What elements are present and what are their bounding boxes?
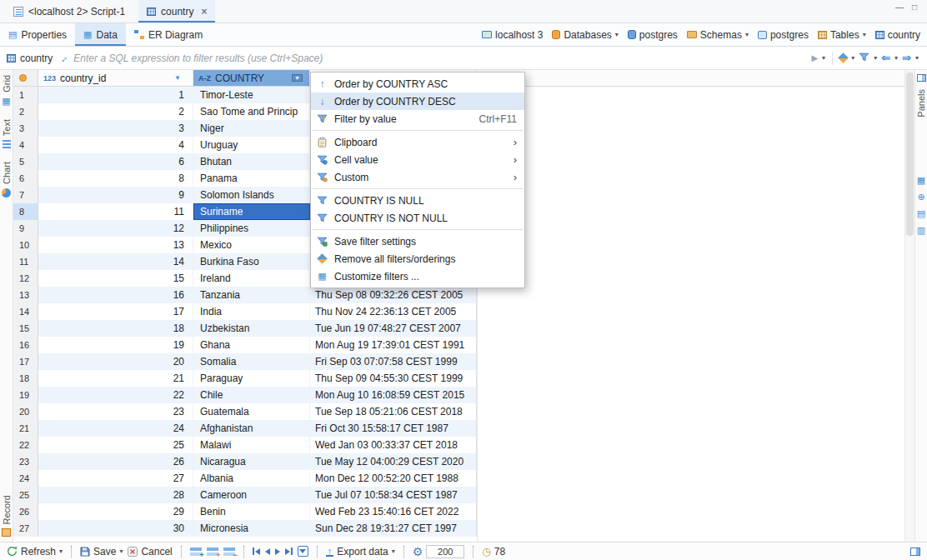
first-row-button[interactable] — [253, 548, 260, 555]
cell-last-update[interactable]: Tue Sep 18 05:21:06 CEST 2018 — [310, 403, 477, 420]
presentation-text-button[interactable]: Text — [2, 119, 12, 148]
cell-last-update[interactable]: Tue May 12 04:00:29 CEST 2020 — [310, 453, 477, 470]
dropdown-arrow-icon[interactable]: ▾ — [392, 548, 395, 555]
menu-item-country-is-not-null[interactable]: COUNTRY IS NOT NULL — [311, 209, 524, 227]
menu-item-remove-all-filters-orderings[interactable]: Remove all filters/orderings — [311, 250, 524, 268]
cell-country[interactable]: Philippines — [193, 220, 310, 237]
menu-item-filter-by-value[interactable]: Filter by valueCtrl+F11 — [311, 110, 524, 128]
cell-country[interactable]: Uruguay — [193, 137, 310, 153]
cell-country-id[interactable]: 27 — [38, 470, 193, 487]
cell-country-id[interactable]: 22 — [38, 387, 193, 403]
cell-country-id[interactable]: 14 — [38, 253, 193, 270]
column-filter-arrow-icon[interactable]: ▼ — [174, 74, 181, 82]
row-number[interactable]: 23 — [13, 453, 38, 470]
export-data-button[interactable]: ↑ Export data ▾ — [326, 546, 395, 558]
cell-country[interactable]: Panama — [193, 170, 310, 187]
menu-item-cell-value[interactable]: Cell value› — [311, 151, 524, 168]
filters-menu-icon[interactable] — [859, 52, 869, 65]
cell-last-update[interactable]: Thu Sep 09 04:55:30 CEST 1999 — [310, 370, 477, 387]
cell-country-id[interactable]: 8 — [38, 170, 193, 187]
dropdown-arrow-icon[interactable]: ▾ — [863, 31, 866, 38]
minimize-window-icon[interactable]: — — [895, 2, 904, 12]
scrollbar-thumb[interactable] — [906, 72, 914, 236]
cell-last-update[interactable]: Thu Sep 08 09:32:26 CEST 2005 — [310, 287, 477, 303]
cell-country[interactable]: Sao Tome and Princip — [193, 103, 310, 120]
cell-country-id[interactable]: 6 — [38, 153, 193, 170]
duplicate-row-button[interactable]: + — [207, 547, 218, 557]
history-forward-icon[interactable]: ⇒ — [902, 52, 911, 63]
cell-country[interactable]: India — [193, 303, 310, 320]
row-number[interactable]: 24 — [13, 470, 38, 487]
erase-filter-icon[interactable] — [839, 52, 847, 64]
cell-country[interactable]: Solomon Islands — [193, 187, 310, 203]
row-number[interactable]: 4 — [13, 137, 38, 153]
fetch-size-input[interactable] — [426, 545, 464, 558]
row-number[interactable]: 10 — [13, 237, 38, 253]
row-number[interactable]: 18 — [13, 370, 38, 387]
cell-country-id[interactable]: 25 — [38, 437, 193, 453]
row-number[interactable]: 5 — [13, 153, 38, 170]
cell-country-id[interactable]: 13 — [38, 237, 193, 253]
gear-icon[interactable]: ⚙ — [413, 546, 423, 558]
dropdown-arrow-icon[interactable]: ▾ — [894, 54, 898, 62]
column-header-country[interactable]: A-Z COUNTRY ▼ — [193, 70, 310, 86]
grid-corner[interactable] — [13, 70, 38, 86]
presentation-chart-button[interactable]: Chart — [2, 162, 12, 198]
cancel-button[interactable]: Cancel — [128, 546, 172, 558]
cell-country-id[interactable]: 21 — [38, 370, 193, 387]
dropdown-arrow-icon[interactable]: ▾ — [822, 54, 825, 62]
cell-country-id[interactable]: 15 — [38, 270, 193, 287]
row-number[interactable]: 11 — [13, 253, 38, 270]
presentation-grid-button[interactable]: Grid ▦ — [2, 75, 12, 106]
menu-item-save-filter-settings[interactable]: Save filter settings — [311, 232, 524, 250]
cell-country[interactable]: Albania — [193, 470, 310, 487]
menu-item-country-is-null[interactable]: COUNTRY IS NULL — [311, 192, 524, 209]
dropdown-arrow-icon[interactable]: ▾ — [59, 548, 63, 555]
dropdown-arrow-icon[interactable]: ▾ — [745, 31, 749, 38]
menu-item-order-by-country-asc[interactable]: ↑Order by COUNTRY ASC — [311, 75, 524, 92]
breadcrumb-item-tables[interactable]: Tables▾ — [818, 29, 866, 41]
cell-country-id[interactable]: 1 — [38, 87, 193, 103]
row-number[interactable]: 1 — [13, 87, 38, 103]
dropdown-arrow-icon[interactable]: ▾ — [615, 31, 619, 38]
row-number[interactable]: 14 — [13, 303, 38, 320]
expand-filter-icon[interactable]: ↔ — [57, 51, 70, 64]
cell-country[interactable]: Burkina Faso — [193, 253, 310, 270]
panel-calendar-icon[interactable]: ▤ — [917, 209, 925, 218]
cell-country-id[interactable]: 12 — [38, 220, 193, 237]
editor-tab-script[interactable]: <localhost 2> Script-1 — [5, 0, 133, 22]
cell-country-id[interactable]: 3 — [38, 120, 193, 137]
refresh-button[interactable]: Refresh ▾ — [7, 546, 63, 558]
cell-country[interactable]: Ghana — [193, 337, 310, 353]
breadcrumb-item-databases[interactable]: Databases▾ — [552, 29, 618, 41]
menu-item-order-by-country-desc[interactable]: ↓Order by COUNTRY DESC — [311, 92, 524, 110]
cell-country[interactable]: Nicaragua — [193, 453, 310, 470]
cell-last-update[interactable]: Thu Nov 24 22:36:13 CET 2005 — [310, 303, 477, 320]
cell-last-update[interactable]: Tue Jul 07 10:58:34 CEST 1987 — [310, 487, 477, 503]
row-number[interactable]: 17 — [13, 353, 38, 370]
cell-country-id[interactable]: 11 — [38, 203, 193, 220]
cell-country[interactable]: Benin — [193, 503, 310, 520]
cell-country[interactable]: Micronesia — [193, 520, 310, 537]
cell-last-update[interactable]: Fri Sep 03 07:07:58 CEST 1999 — [310, 353, 477, 370]
cell-last-update[interactable]: Mon Dec 12 00:52:20 CET 1988 — [310, 470, 477, 487]
panel-plus-icon[interactable]: ⊕ — [917, 192, 924, 202]
dropdown-arrow-icon[interactable]: ▾ — [851, 54, 854, 62]
cell-country-id[interactable]: 23 — [38, 403, 193, 420]
cell-country[interactable]: Paraguay — [193, 370, 310, 387]
cell-last-update[interactable]: Fri Oct 30 15:58:17 CET 1987 — [310, 420, 477, 437]
breadcrumb-item-schemas[interactable]: Schemas▾ — [687, 29, 749, 41]
cell-country[interactable]: Guatemala — [193, 403, 310, 420]
next-row-button[interactable] — [275, 548, 280, 555]
menu-item-customize-filters[interactable]: ▦Customize filters ... — [311, 268, 524, 285]
row-number[interactable]: 21 — [13, 420, 38, 437]
row-number[interactable]: 27 — [13, 520, 38, 537]
cell-country-id[interactable]: 26 — [38, 453, 193, 470]
row-number[interactable]: 15 — [13, 320, 38, 337]
cell-country[interactable]: Somalia — [193, 353, 310, 370]
panel-layout-icon[interactable]: ▥ — [917, 226, 925, 235]
row-number[interactable]: 7 — [13, 187, 38, 203]
dropdown-arrow-icon[interactable]: ▾ — [915, 54, 919, 62]
vertical-scrollbar[interactable] — [904, 70, 914, 542]
tab-properties[interactable]: ▤ Properties — [0, 23, 75, 46]
